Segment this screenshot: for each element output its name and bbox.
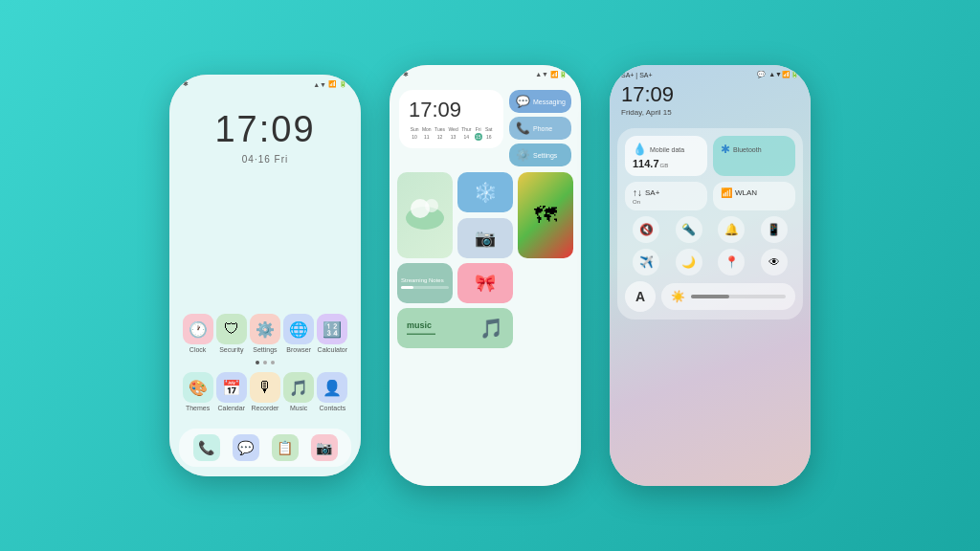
phone2-note-tile: Streaming Notes (397, 263, 453, 303)
app-recorder[interactable]: 🎙 Recorder (250, 372, 280, 411)
phone3-eye-btn[interactable]: 👁 (761, 249, 788, 276)
phone3-status-bar: SA+ | SA+ 💬 ▲▼📶🔋 (610, 65, 811, 80)
phone2-pink-tile: 🎀 (457, 263, 513, 303)
wifi-icon: 📶 (721, 187, 732, 198)
phone3-time: 17:09 (621, 82, 799, 107)
dock-messages[interactable]: 💬 (233, 434, 259, 461)
phone3-bluetooth-tile[interactable]: ✱ Bluetooth (713, 136, 795, 176)
app-settings[interactable]: ⚙️ Settings (250, 314, 280, 353)
signal-icon: ↑↓ (633, 187, 642, 198)
phone1-dock: 📞 💬 📋 📷 (179, 429, 351, 467)
phone2-snowflake-tile: ❄️ (457, 172, 513, 212)
phone1-status-bar: ✱ ▲▼ 📶 🔋 (169, 75, 361, 90)
phone3-a-button[interactable]: A (625, 281, 656, 312)
camera-icon: 📷 (475, 228, 496, 249)
settings-widget-label: Settings (533, 152, 557, 159)
phone2-camera-tile: 📷 (457, 218, 513, 258)
dock-notes[interactable]: 📋 (272, 434, 299, 461)
phone3-torch-btn[interactable]: 🔦 (676, 216, 702, 243)
phone3-mute-btn[interactable]: 🔇 (633, 216, 659, 243)
phone3-sa-tile[interactable]: ↑↓ SA+ On (625, 182, 707, 210)
phone3-top-tiles: 💧 Mobile data 114.7 GB ✱ Bluetooth (625, 136, 795, 176)
phone2-screen: ✱ ▲▼ 📶🔋 17:09 SunMonTuesWedThurFriSat 10… (390, 65, 581, 486)
app-security[interactable]: 🛡 Security (216, 314, 247, 353)
phone3-time-area: 17:09 Friday, April 15 (610, 80, 811, 122)
app-browser[interactable]: 🌐 Browser (283, 314, 314, 353)
phone3-mid-tiles: ↑↓ SA+ On 📶 WLAN (625, 182, 795, 210)
clock-icon: 🕐 (183, 314, 213, 344)
phone3-location-btn[interactable]: 📍 (718, 249, 745, 276)
app-calculator[interactable]: 🔢 Calculator (317, 314, 347, 353)
themes-icon: 🎨 (183, 372, 213, 403)
brightness-track (691, 295, 786, 298)
pink-tile-icon: 🎀 (475, 273, 496, 294)
wlan-label: WLAN (735, 188, 757, 197)
messaging-label: Messaging (533, 99, 566, 105)
security-label: Security (219, 346, 243, 353)
recorder-label: Recorder (252, 405, 279, 411)
phone2-phone-widget[interactable]: 📞 Phone (509, 117, 571, 140)
phone2-calendar: SunMonTuesWedThurFriSat 10111213141516 (409, 125, 494, 141)
phone3-icon-row-2: ✈️ 🌙 📍 👁 (625, 249, 795, 276)
phone3-icon-row-1: 🔇 🔦 🔔 📱 (625, 216, 795, 243)
calculator-icon: 🔢 (317, 314, 347, 344)
music-tile-label: music (407, 320, 435, 330)
app-clock[interactable]: 🕐 Clock (183, 314, 213, 353)
phone3-airplane-btn[interactable]: ✈️ (633, 249, 659, 276)
security-icon: 🛡 (216, 314, 247, 344)
phone3-status-icons: 💬 ▲▼📶🔋 (757, 71, 799, 78)
app-music[interactable]: 🎵 Music (283, 372, 314, 411)
phone2-settings-widget[interactable]: ⚙️ Settings (509, 143, 571, 166)
themes-label: Themes (186, 405, 210, 411)
phone2-status-icons: ▲▼ 📶🔋 (535, 71, 568, 78)
phone3-donotdisturb-btn[interactable]: 🌙 (676, 249, 702, 276)
snowflake-icon: ❄️ (474, 181, 498, 204)
contacts-label: Contacts (320, 405, 346, 411)
music-label: Music (290, 405, 307, 411)
clock-label: Clock (189, 346, 207, 353)
settings-icon: ⚙️ (250, 314, 280, 344)
phone2-status-bar: ✱ ▲▼ 📶🔋 (390, 65, 581, 80)
phone3-screenshot-btn[interactable]: 📱 (761, 216, 788, 243)
settings-label: Settings (253, 346, 277, 353)
phone1-time: 17:09 (169, 90, 361, 150)
mobile-data-label: Mobile data (650, 146, 684, 153)
phone3-wlan-tile[interactable]: 📶 WLAN (713, 182, 795, 210)
app-themes[interactable]: 🎨 Themes (183, 372, 213, 411)
dock-phone[interactable]: 📞 (193, 434, 220, 461)
phone2-right-widgets: 💬 Messaging 📞 Phone ⚙️ Settings (509, 90, 571, 166)
phone-widget-icon: 📞 (516, 121, 530, 135)
phone1-screen: ✱ ▲▼ 📶 🔋 17:09 04·16 Fri 🕐 Clock 🛡 Secur… (169, 75, 361, 476)
calendar-label: Calendar (218, 405, 245, 411)
app-row-2: 🎨 Themes 📅 Calendar 🎙 Recorder 🎵 Music 👤 (181, 372, 349, 411)
map-icon: 🗺 (534, 202, 557, 229)
dock-camera[interactable]: 📷 (311, 434, 338, 461)
phone2-photo-tile (397, 172, 453, 258)
contacts-icon: 👤 (317, 372, 347, 403)
phone3-brightness-slider[interactable]: ☀️ (661, 283, 795, 310)
phone-widget-label: Phone (533, 125, 552, 132)
phone-3: SA+ | SA+ 💬 ▲▼📶🔋 17:09 Friday, April 15 … (610, 65, 811, 486)
app-contacts[interactable]: 👤 Contacts (317, 372, 347, 411)
phone2-time: 17:09 (409, 98, 494, 122)
sa-status: On (633, 199, 700, 205)
mobile-data-icon: 💧 (633, 143, 647, 156)
app-calendar[interactable]: 📅 Calendar (216, 372, 247, 411)
messaging-icon: 💬 (516, 95, 530, 108)
phone3-notification-btn[interactable]: 🔔 (718, 216, 745, 243)
bluetooth-icon: ✱ (721, 143, 730, 156)
phone3-mobile-data-tile[interactable]: 💧 Mobile data 114.7 GB (625, 136, 707, 176)
phone1-status-icons: ▲▼ 📶 🔋 (313, 80, 347, 88)
phone2-bluetooth-icon: ✱ (403, 71, 409, 78)
phone3-msg-icon: 💬 (757, 71, 766, 78)
music-icon: 🎵 (283, 372, 314, 403)
brightness-fill (691, 295, 729, 298)
calculator-label: Calculator (318, 346, 348, 353)
phone3-date: Friday, April 15 (621, 108, 799, 117)
phone3-control-panel: 💧 Mobile data 114.7 GB ✱ Bluetooth (617, 128, 803, 320)
browser-icon: 🌐 (283, 314, 314, 344)
brightness-icon: ☀️ (671, 290, 685, 303)
phone2-messaging-widget[interactable]: 💬 Messaging (509, 90, 571, 113)
phone1-bluetooth-icon: ✱ (183, 80, 189, 88)
phone1-app-grid: 🕐 Clock 🛡 Security ⚙️ Settings 🌐 Browser… (169, 314, 361, 419)
